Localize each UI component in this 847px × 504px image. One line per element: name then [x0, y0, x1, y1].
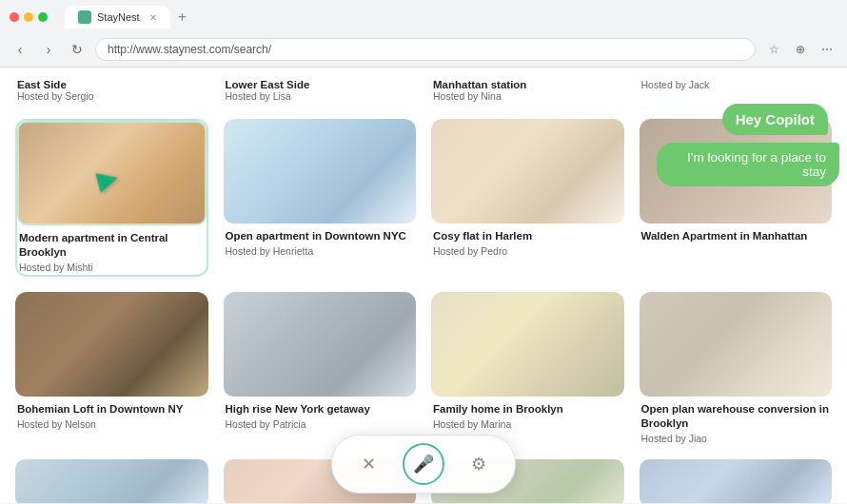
new-tab-btn[interactable]: + [178, 9, 187, 26]
card-host: Hosted by Mishti [19, 262, 205, 273]
cursor-icon: ▶ [93, 161, 122, 197]
extension-btn[interactable]: ⊕ [790, 39, 811, 60]
card-host: Hosted by Sergio [17, 90, 207, 102]
card-image [431, 292, 624, 397]
card-title: Open apartment in Downtown NYC [226, 229, 415, 243]
list-item[interactable]: Manhattan station Hosted by Nina [431, 75, 624, 106]
bookmark-btn[interactable]: ☆ [763, 39, 784, 60]
card-host: Hosted by Henrietta [226, 245, 415, 257]
card-image [431, 119, 624, 223]
window-controls [10, 12, 48, 22]
listing-grid: ▶ Modern apartment in Central Brooklyn H… [0, 109, 847, 456]
card-host: Hosted by Nelson [17, 418, 207, 430]
url-text: http://www.staynest.com/search/ [108, 43, 271, 56]
card-image [640, 119, 833, 223]
tab-favicon [78, 10, 91, 24]
card-image: ▶ [17, 121, 207, 225]
close-button[interactable]: ✕ [351, 447, 385, 481]
card-title: Modern apartment in Central Brooklyn [19, 231, 205, 260]
bottom-toolbar: ✕ 🎤 ⚙ [331, 435, 516, 494]
maximize-window-dot[interactable] [38, 12, 48, 22]
card-title: Cosy flat in Harlem [433, 229, 622, 243]
page-content: East Side Hosted by Sergio Lower East Si… [0, 68, 847, 503]
list-item[interactable]: Hosted by Jack [640, 75, 833, 106]
top-row: East Side Hosted by Sergio Lower East Si… [0, 68, 847, 109]
card-title: High rise New York getaway [226, 402, 415, 417]
titlebar: StayNest ✕ + [0, 0, 847, 34]
card-title: Manhattan station [433, 79, 622, 90]
list-item[interactable]: Cosy flat in Harlem Hosted by Pedro [431, 119, 624, 277]
list-item[interactable]: Open apartment in Downtown NYC Hosted by… [224, 119, 417, 277]
card-title: Lower East Side [226, 79, 415, 90]
list-item[interactable]: Open plan warehouse conversion in Brookl… [640, 292, 833, 446]
card-host: Hosted by Pedro [433, 245, 622, 257]
address-bar-row: ‹ › ↻ http://www.staynest.com/search/ ☆ … [0, 34, 847, 67]
card-image [15, 292, 208, 397]
card-host: Hosted by Nina [433, 90, 622, 102]
card-image [224, 292, 417, 397]
list-item[interactable]: East Side Hosted by Sergio [15, 75, 208, 106]
card-title: Open plan warehouse conversion in Brookl… [641, 402, 831, 431]
list-item[interactable]: Lower East Side Hosted by Lisa [224, 75, 417, 106]
close-window-dot[interactable] [10, 12, 19, 22]
list-item[interactable]: Walden Apartment in Manhattan [640, 119, 833, 277]
card-title: East Side [17, 79, 207, 90]
mic-icon: 🎤 [413, 454, 434, 475]
card-host: Hosted by Jack [641, 79, 831, 90]
card-title: Bohemian Loft in Downtown NY [17, 402, 207, 417]
card-host: Hosted by Marina [433, 418, 622, 430]
browser-actions: ☆ ⊕ ⋯ [763, 39, 837, 60]
settings-button[interactable]: ⚙ [462, 447, 496, 481]
tab-bar: StayNest ✕ + [55, 6, 196, 29]
tab-title: StayNest [97, 11, 140, 23]
back-btn[interactable]: ‹ [10, 39, 30, 60]
card-title: Family home in Brooklyn [433, 402, 622, 417]
refresh-btn[interactable]: ↻ [67, 39, 88, 60]
tab-close-btn[interactable]: ✕ [149, 12, 157, 23]
list-item[interactable]: High rise New York getaway Hosted by Pat… [224, 292, 417, 446]
address-bar[interactable]: http://www.staynest.com/search/ [95, 38, 756, 61]
card-image [224, 119, 417, 223]
menu-btn[interactable]: ⋯ [817, 39, 837, 60]
card-image [640, 292, 833, 397]
browser-chrome: StayNest ✕ + ‹ › ↻ http://www.staynest.c… [0, 0, 847, 68]
list-item[interactable] [15, 459, 208, 503]
list-item[interactable]: Bohemian Loft in Downtown NY Hosted by N… [15, 292, 208, 446]
list-item[interactable]: ▶ Modern apartment in Central Brooklyn H… [15, 119, 208, 277]
card-host: Hosted by Lisa [226, 90, 415, 102]
list-item[interactable]: Family home in Brooklyn Hosted by Marina [431, 292, 624, 446]
card-host: Hosted by Jiao [641, 433, 831, 444]
card-title: Walden Apartment in Manhattan [641, 229, 831, 243]
list-item[interactable] [640, 459, 833, 503]
card-host: Hosted by Patricia [226, 418, 415, 430]
mic-button[interactable]: 🎤 [403, 443, 444, 485]
forward-btn[interactable]: › [38, 39, 59, 60]
minimize-window-dot[interactable] [24, 12, 33, 22]
active-tab[interactable]: StayNest ✕ [65, 6, 170, 29]
